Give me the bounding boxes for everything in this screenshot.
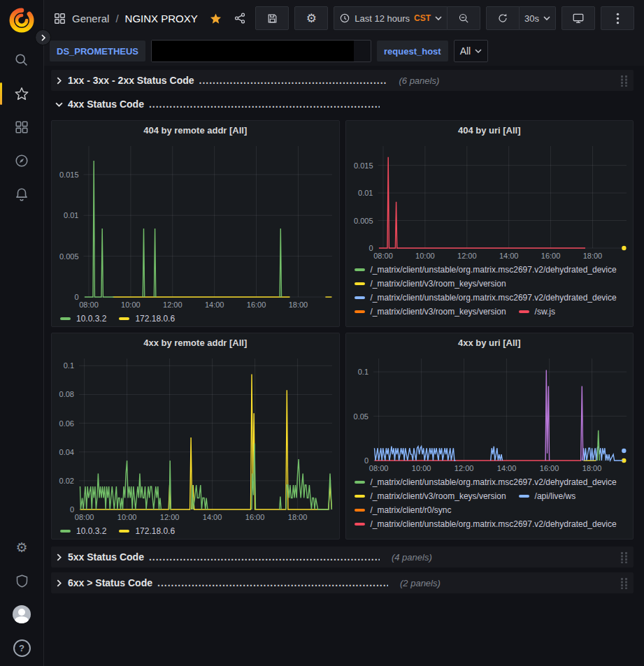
svg-text:0.1: 0.1 (357, 368, 368, 376)
zoom-out-button[interactable] (448, 6, 480, 30)
sidebar-expand-button[interactable] (35, 29, 51, 45)
sidebar-item-search[interactable] (0, 43, 43, 77)
legend-label: 10.0.3.2 (76, 314, 106, 324)
svg-text:16:00: 16:00 (245, 513, 265, 521)
sidebar-item-starred[interactable] (0, 77, 43, 110)
legend-label: /api/live/ws (535, 491, 576, 501)
row-1xx-3xx-2xx[interactable]: 1xx - 3xx - 2xx Status Code ............… (51, 70, 634, 91)
row-panel-count: (6 panels) (399, 75, 439, 86)
svg-text:08:00: 08:00 (373, 252, 393, 260)
legend-item[interactable]: /_matrix/client/unstable/org.matrix.msc2… (355, 293, 617, 303)
refresh-interval-label: 30s (524, 13, 539, 24)
sidebar-item-explore[interactable] (0, 144, 43, 178)
tv-mode-button[interactable] (561, 6, 595, 30)
breadcrumb-folder[interactable]: General (72, 13, 109, 24)
top-nav-bar: General / NGINX PROXY ⚙ Last 12 hours (44, 0, 644, 36)
legend-label: 172.18.0.6 (135, 314, 175, 324)
row-drag-handle[interactable] (617, 550, 631, 565)
time-range-picker[interactable]: Last 12 hours CST (334, 6, 448, 30)
chart-canvas[interactable]: 08:0010:0012:0014:0016:0018:0000.020.040… (52, 352, 339, 523)
legend-swatch (355, 481, 365, 484)
legend-swatch (519, 495, 529, 498)
legend-item[interactable]: /_matrix/client/r0/sync (355, 505, 452, 515)
refresh-button[interactable] (486, 6, 520, 30)
legend-label: 10.0.3.2 (76, 526, 106, 536)
chart-canvas[interactable]: 08:0010:0012:0014:0016:0018:0000.050.1 (346, 352, 634, 475)
legend-item[interactable]: 172.18.0.6 (119, 526, 175, 536)
breadcrumb-separator: / (115, 13, 119, 24)
timeseries-chart[interactable]: 08:0010:0012:0014:0016:0018:0000.0050.01… (52, 139, 339, 311)
row-leader-dots: ........................................… (149, 99, 380, 110)
legend-swatch (60, 530, 71, 533)
row-6xx[interactable]: 6xx > Status Code ......................… (51, 572, 634, 593)
dashboard-title[interactable]: NGINX PROXY (125, 13, 198, 24)
legend-item[interactable]: 172.18.0.6 (119, 314, 175, 324)
refresh-interval-picker[interactable]: 30s (520, 6, 556, 30)
request-host-variable-select[interactable]: All (454, 40, 489, 62)
row-4xx[interactable]: 4xx Status Code ........................… (51, 94, 634, 115)
legend-item[interactable]: /_matrix/client/v3/room_keys/version (355, 279, 506, 289)
panel-title[interactable]: 404 by uri [All] (346, 121, 634, 139)
chart-canvas[interactable]: 08:0010:0012:0014:0016:0018:0000.0050.01… (52, 139, 339, 311)
svg-text:16:00: 16:00 (541, 252, 560, 260)
kebab-menu-button[interactable] (601, 6, 634, 30)
dashboard-toolbar: ⚙ Last 12 hours CST (255, 6, 634, 30)
legend-item[interactable]: /_matrix/client/unstable/org.matrix.msc2… (355, 265, 617, 275)
share-icon[interactable] (234, 12, 246, 24)
row-drag-handle[interactable] (617, 576, 631, 591)
panel-title[interactable]: 404 by remote addr [All] (52, 121, 339, 139)
favorite-star-icon[interactable] (209, 12, 222, 25)
dashboard-settings-button[interactable]: ⚙ (294, 6, 328, 30)
row-5xx[interactable]: 5xx Status Code ........................… (51, 546, 634, 567)
row-leader-dots: ........................................… (199, 75, 387, 86)
star-outline-icon (14, 86, 29, 101)
save-dashboard-button[interactable] (255, 6, 289, 30)
legend-label: /_matrix/client/r0/sync (371, 505, 452, 515)
chevron-right-icon (55, 77, 63, 85)
sidebar-item-alerting[interactable] (0, 178, 43, 211)
legend-item[interactable]: /_matrix/client/unstable/org.matrix.msc2… (355, 519, 617, 529)
legend-item[interactable]: /api/live/ws (519, 491, 576, 501)
timeseries-chart[interactable]: 08:0010:0012:0014:0016:0018:0000.0050.01… (346, 139, 634, 262)
save-icon (266, 13, 278, 24)
panel-title[interactable]: 4xx by uri [All] (346, 333, 634, 352)
sidebar-item-profile[interactable] (0, 598, 43, 631)
zoom-out-icon (458, 13, 470, 24)
timezone-label: CST (414, 13, 431, 23)
sidebar-item-help[interactable]: ? (0, 631, 43, 665)
legend-item[interactable]: 10.0.3.2 (60, 526, 106, 536)
breadcrumb: General / NGINX PROXY (53, 12, 246, 25)
sidebar: ⚙ ? (0, 0, 44, 666)
sidebar-item-configuration[interactable]: ⚙ (0, 530, 43, 564)
legend-swatch (355, 523, 365, 526)
sidebar-item-server-admin[interactable] (0, 564, 43, 598)
chart-canvas[interactable]: 08:0010:0012:0014:0016:0018:0000.0050.01… (346, 139, 634, 262)
svg-text:10:00: 10:00 (411, 464, 431, 472)
legend-swatch (355, 509, 365, 512)
legend-item[interactable]: /_matrix/client/v3/room_keys/version (355, 307, 506, 317)
row-drag-handle[interactable] (617, 73, 631, 88)
row-title: 6xx > Status Code (68, 577, 152, 588)
legend-swatch (60, 317, 71, 320)
chevron-right-icon (55, 553, 63, 561)
panel-title[interactable]: 4xx by remote addr [All] (52, 333, 339, 352)
grafana-logo-icon[interactable] (8, 7, 35, 34)
svg-text:12:00: 12:00 (160, 513, 180, 521)
svg-text:0.05: 0.05 (353, 412, 368, 421)
legend-item[interactable]: /sw.js (519, 307, 555, 317)
timeseries-chart[interactable]: 08:0010:0012:0014:0016:0018:0000.050.1 (346, 352, 634, 475)
refresh-icon (497, 13, 508, 24)
svg-text:12:00: 12:00 (163, 301, 183, 309)
datasource-variable-select[interactable] (151, 40, 371, 62)
svg-text:10:00: 10:00 (117, 513, 137, 521)
timeseries-chart[interactable]: 08:0010:0012:0014:0016:0018:0000.020.040… (52, 352, 339, 523)
apps-grid-icon (53, 12, 66, 25)
legend-item[interactable]: /_matrix/client/v3/room_keys/version (355, 491, 506, 501)
sidebar-item-dashboards[interactable] (0, 110, 43, 144)
legend-item[interactable]: /_matrix/client/unstable/org.matrix.msc2… (355, 477, 617, 487)
dashboard-scroll-area: 1xx - 3xx - 2xx Status Code ............… (44, 66, 644, 666)
panel-4xx-by-remote-addr: 4xx by remote addr [All] 08:0010:0012:00… (51, 333, 340, 540)
legend-label: 172.18.0.6 (135, 526, 175, 536)
legend-item[interactable]: 10.0.3.2 (60, 314, 106, 324)
svg-text:0.005: 0.005 (353, 217, 373, 225)
